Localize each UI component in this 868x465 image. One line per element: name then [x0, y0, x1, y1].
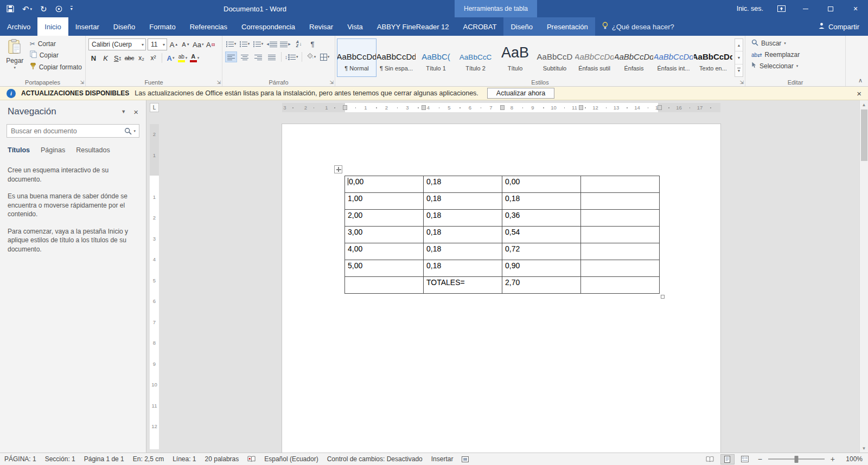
tab-inicio[interactable]: Inicio [37, 17, 68, 36]
status-page[interactable]: PÁGINA: 1 [4, 455, 41, 463]
tab-acrobat[interactable]: ACROBAT [456, 17, 504, 36]
tab-referencias[interactable]: Referencias [183, 17, 234, 36]
zoom-out-button[interactable]: − [755, 455, 765, 463]
scroll-down-icon[interactable]: ▼ [860, 444, 868, 453]
tab-vista[interactable]: Vista [340, 17, 370, 36]
search-button[interactable]: ▾ [121, 127, 139, 135]
status-word-count[interactable]: 20 palabras [201, 455, 244, 463]
change-case-button[interactable]: Aa▾ [193, 39, 203, 50]
style-enfasis-intenso[interactable]: AaBbCcDd Énfasis int... [654, 38, 693, 77]
scrollbar-thumb[interactable] [861, 109, 867, 161]
select-button[interactable]: Seleccionar▾ [750, 61, 844, 70]
format-painter-button[interactable]: Copiar formato [28, 62, 84, 72]
font-dialog-launcher-icon[interactable]: ⇲ [216, 80, 221, 85]
scroll-up-icon[interactable]: ▲ [860, 100, 868, 109]
highlight-button[interactable]: ab▾ [177, 53, 188, 63]
table-resize-handle[interactable] [661, 295, 665, 299]
zoom-percentage[interactable]: 100% [841, 455, 863, 463]
tab-ctx-diseno[interactable]: Diseño [503, 17, 539, 36]
vertical-scrollbar[interactable]: ▲ ▼ [859, 100, 868, 453]
update-now-button[interactable]: Actualizar ahora [487, 88, 554, 99]
tab-abbyy-finereader[interactable]: ABBYY FineReader 12 [370, 17, 456, 36]
styles-dialog-launcher-icon[interactable]: ⇲ [739, 80, 744, 85]
shading-button[interactable]: ▾ [305, 51, 317, 62]
paragraph-dialog-launcher-icon[interactable]: ⇲ [329, 80, 334, 85]
font-color-button[interactable]: A▾ [189, 53, 200, 63]
paste-button[interactable]: Pegar ▾ [2, 38, 28, 77]
tab-selector[interactable]: L [150, 103, 159, 112]
style-enfasis-sutil[interactable]: AaBbCcDd Énfasis sutil [575, 38, 614, 77]
align-center-button[interactable] [239, 51, 251, 62]
table-move-handle[interactable] [334, 165, 342, 173]
nav-tab-resultados[interactable]: Resultados [76, 146, 110, 154]
style-subtitulo[interactable]: AaBbCcD Subtítulo [535, 38, 575, 77]
style-enfasis[interactable]: AaBbCcDd Énfasis [614, 38, 654, 77]
tab-ctx-presentacion[interactable]: Presentación [540, 17, 595, 36]
touch-mouse-mode-icon[interactable] [55, 5, 62, 12]
italic-button[interactable]: K [100, 53, 111, 63]
text-effects-button[interactable]: A▾ [165, 53, 176, 63]
style-titulo[interactable]: AaB Título [495, 38, 535, 77]
zoom-slider-thumb[interactable] [794, 456, 798, 463]
bullets-button[interactable]: ▾ [225, 38, 237, 49]
tab-revisar[interactable]: Revisar [302, 17, 340, 36]
maximize-button[interactable] [818, 0, 843, 17]
status-track-changes[interactable]: Control de cambios: Desactivado [323, 455, 427, 463]
notification-close-icon[interactable]: × [857, 89, 861, 98]
font-size-combo[interactable]: 11▾ [148, 38, 167, 50]
close-button[interactable]: × [843, 0, 868, 17]
styles-scroll-down-icon[interactable]: ▼ [735, 51, 743, 64]
vertical-ruler[interactable]: 21123456789101112 [150, 124, 159, 449]
search-input[interactable] [7, 127, 121, 135]
nav-tab-titulos[interactable]: Títulos [8, 146, 30, 154]
proofing-errors-icon[interactable] [243, 456, 260, 462]
multilevel-list-button[interactable]: ▾ [252, 38, 264, 49]
justify-button[interactable] [266, 51, 278, 62]
find-button[interactable]: Buscar▾ [750, 38, 844, 48]
web-layout-icon[interactable] [738, 454, 752, 464]
superscript-button[interactable]: x² [148, 53, 158, 63]
numbering-button[interactable]: ▾ [239, 38, 251, 49]
document-table[interactable]: 0,00 0,18 0,00 1,00 0,18 0,18 2,00 0,18 [344, 176, 660, 294]
status-page-of[interactable]: Página 1 de 1 [80, 455, 129, 463]
styles-scroll-up-icon[interactable]: ▲ [735, 39, 743, 51]
print-layout-icon[interactable] [720, 454, 735, 464]
tab-correspondencia[interactable]: Correspondencia [234, 17, 302, 36]
redo-icon[interactable]: ↻ [40, 5, 47, 13]
share-button[interactable]: Compartir [809, 17, 868, 36]
undo-icon[interactable]: ↶▾ [22, 5, 32, 13]
tab-formato[interactable]: Formato [142, 17, 182, 36]
tab-insertar[interactable]: Insertar [68, 17, 106, 36]
ribbon-display-options-icon[interactable] [777, 5, 786, 12]
sort-button[interactable]: AZ↓ [293, 38, 305, 49]
collapse-ribbon-icon[interactable]: ∧ [858, 77, 863, 84]
customize-qat-icon[interactable]: ▾ [71, 6, 73, 11]
style-titulo-2[interactable]: AaBbCcC Título 2 [456, 38, 495, 77]
save-icon[interactable] [7, 5, 14, 12]
clear-formatting-button[interactable]: A [205, 39, 215, 50]
horizontal-ruler[interactable]: 3211234567891011121314151617 [282, 103, 720, 112]
tab-diseno[interactable]: Diseño [106, 17, 142, 36]
align-right-button[interactable] [252, 51, 264, 62]
navigation-pane-options-icon[interactable]: ▼ [113, 109, 133, 114]
underline-button[interactable]: S▾ [112, 53, 123, 63]
sign-in-link[interactable]: Inic. ses. [737, 5, 763, 12]
macro-recording-icon[interactable] [457, 456, 473, 462]
cut-button[interactable]: ✂ Cortar [28, 40, 84, 48]
navigation-pane-close-icon[interactable]: × [133, 107, 138, 117]
increase-indent-button[interactable]: ▸ [279, 38, 291, 49]
nav-tab-paginas[interactable]: Páginas [41, 146, 65, 154]
zoom-in-button[interactable]: + [828, 455, 838, 463]
status-vertical-position[interactable]: En: 2,5 cm [129, 455, 168, 463]
font-family-combo[interactable]: Calibri (Cuerp▾ [88, 38, 146, 50]
status-language[interactable]: Español (Ecuador) [260, 455, 322, 463]
line-spacing-button[interactable]: ↕▾ [285, 51, 298, 62]
shrink-font-button[interactable]: A▼ [181, 39, 191, 50]
subscript-button[interactable]: x₂ [136, 53, 146, 63]
style-sin-espaciado[interactable]: AaBbCcDd ¶ Sin espa... [376, 38, 416, 77]
bold-button[interactable]: N [88, 53, 99, 63]
minimize-button[interactable] [793, 0, 818, 17]
strikethrough-button[interactable]: abc [124, 53, 135, 63]
style-texto-en[interactable]: AaBbCcDc Texto en... [693, 38, 733, 77]
grow-font-button[interactable]: A▲ [169, 39, 179, 50]
